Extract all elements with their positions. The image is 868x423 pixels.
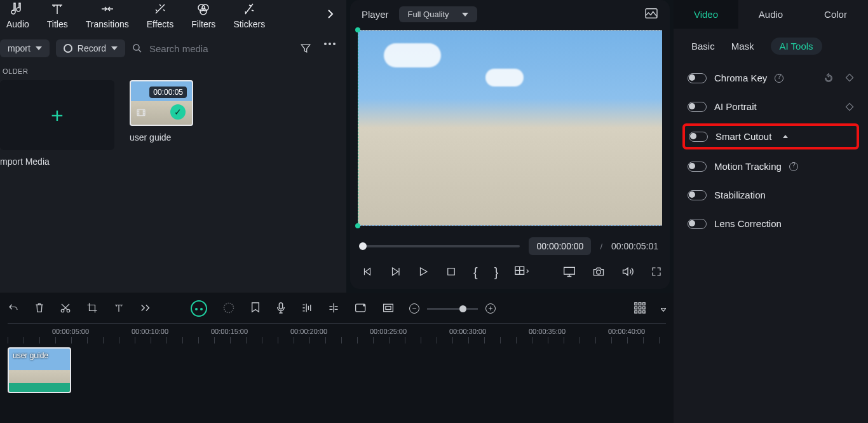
timeline-clip-name: user guide — [13, 351, 48, 360]
mark-out-button[interactable]: } — [494, 265, 499, 280]
tool-filters-label: Filters — [191, 19, 215, 29]
play-prev-button[interactable] — [390, 266, 401, 279]
toggle-lens-correction[interactable] — [688, 219, 707, 229]
option-stabilization[interactable]: Stabilization — [682, 183, 859, 207]
handle-top-left[interactable] — [355, 27, 360, 32]
tool-filters[interactable]: Filters — [191, 1, 215, 29]
info-icon[interactable] — [789, 162, 798, 171]
ruler-stamp: 00:00:20:00 — [290, 328, 327, 335]
zoom-in-button[interactable]: + — [485, 303, 496, 314]
ai-robot-button[interactable] — [191, 300, 207, 317]
toggle-ai-portrait[interactable] — [688, 102, 707, 112]
subtab-mask[interactable]: Mask — [731, 41, 754, 52]
delete-button[interactable] — [34, 302, 44, 316]
display-button[interactable] — [563, 266, 576, 279]
layout-dropdown[interactable] — [515, 266, 530, 279]
seek-bar[interactable] — [362, 245, 520, 247]
timeline-tools: − + — [8, 298, 666, 323]
asset-toolbar: Audio Titles Transitions Effects Filters… — [0, 0, 340, 36]
volume-button[interactable] — [621, 266, 634, 279]
tool-effects[interactable]: Effects — [147, 1, 174, 29]
motion-tracking-label: Motion Tracking — [714, 161, 782, 172]
svg-rect-9 — [448, 268, 455, 275]
more-tools[interactable] — [140, 303, 151, 314]
toggle-motion-tracking[interactable] — [688, 162, 707, 172]
mic-button[interactable] — [276, 302, 286, 316]
frame-button[interactable] — [383, 303, 394, 315]
svg-point-3 — [133, 45, 139, 50]
grid-options[interactable] — [661, 304, 666, 314]
preview-viewport[interactable] — [358, 30, 662, 226]
zoom-out-button[interactable]: − — [409, 303, 419, 314]
toggle-chroma-key[interactable] — [688, 73, 707, 83]
tag-button[interactable] — [355, 303, 367, 315]
undo-button[interactable] — [8, 302, 19, 316]
subtab-basic[interactable]: Basic — [691, 41, 715, 52]
tool-titles[interactable]: Titles — [47, 1, 68, 29]
keyframe-icon[interactable] — [845, 102, 854, 111]
svg-point-5 — [329, 43, 331, 45]
tool-audio[interactable]: Audio — [6, 1, 29, 29]
more-icon[interactable] — [323, 42, 336, 46]
toggle-smart-cutout[interactable] — [689, 132, 708, 142]
text-button[interactable] — [113, 302, 125, 316]
ruler-stamp: 00:00:30:00 — [449, 328, 486, 335]
prev-frame-button[interactable] — [362, 266, 373, 279]
fullscreen-button[interactable] — [651, 266, 662, 279]
svg-rect-20 — [386, 306, 391, 309]
grid-view-button[interactable] — [634, 302, 646, 316]
svg-rect-19 — [384, 304, 393, 311]
mark-in-button[interactable]: { — [473, 265, 478, 280]
tab-color[interactable]: Color — [803, 0, 868, 29]
align-button[interactable] — [328, 302, 339, 316]
chroma-key-label: Chroma Key — [714, 73, 767, 83]
search-input[interactable] — [149, 43, 257, 54]
snapshot-button[interactable] — [644, 8, 658, 21]
tool-stickers[interactable]: Stickers — [233, 1, 265, 29]
crop-button[interactable] — [86, 302, 98, 316]
option-lens-correction[interactable]: Lens Correction — [682, 212, 859, 235]
timeline-panel: − + 00:00:05:00 00:00:10:00 00:00:15:00 … — [0, 293, 674, 423]
quality-label: Full Quality — [408, 10, 449, 19]
tab-audio[interactable]: Audio — [738, 0, 803, 29]
lens-correction-label: Lens Correction — [714, 218, 782, 229]
svg-rect-28 — [639, 310, 641, 313]
marker-button[interactable] — [250, 302, 261, 316]
svg-point-15 — [224, 303, 234, 312]
tab-video[interactable]: Video — [674, 0, 738, 29]
speed-button[interactable] — [222, 302, 235, 316]
reset-icon[interactable] — [824, 73, 834, 83]
import-dropdown[interactable]: mport — [0, 39, 50, 57]
audio-sync-button[interactable] — [301, 302, 313, 316]
property-subtabs: Basic Mask AI Tools — [674, 29, 868, 62]
stop-button[interactable] — [445, 266, 457, 279]
option-ai-portrait[interactable]: AI Portrait — [682, 95, 859, 118]
toolbar-scroll-right[interactable] — [326, 6, 335, 24]
subtab-ai-tools[interactable]: AI Tools — [771, 38, 822, 55]
timeline-track[interactable]: user guide — [8, 343, 666, 393]
option-motion-tracking[interactable]: Motion Tracking — [682, 155, 859, 178]
record-dropdown[interactable]: Record — [56, 39, 125, 57]
media-clip[interactable]: 00:00:05 ✓ user guide — [130, 80, 244, 167]
timeline-ruler[interactable]: 00:00:05:00 00:00:10:00 00:00:15:00 00:0… — [8, 323, 666, 343]
option-smart-cutout[interactable]: Smart Cutout — [682, 123, 859, 149]
handle-bottom-left[interactable] — [355, 223, 360, 228]
camera-button[interactable] — [592, 266, 605, 279]
import-media-tile[interactable]: + mport Media — [0, 80, 114, 167]
search-field[interactable] — [132, 43, 293, 54]
quality-dropdown[interactable]: Full Quality — [399, 6, 477, 22]
timeline-clip[interactable]: user guide — [8, 347, 71, 393]
tool-transitions[interactable]: Transitions — [86, 1, 129, 29]
stabilization-label: Stabilization — [714, 190, 766, 200]
keyframe-icon[interactable] — [845, 73, 854, 82]
cut-button[interactable] — [60, 302, 71, 316]
ruler-stamp: 00:00:35:00 — [529, 328, 566, 335]
zoom-slider[interactable] — [427, 308, 478, 310]
play-button[interactable] — [417, 266, 429, 279]
filter-icon[interactable] — [299, 42, 312, 55]
timecode-current[interactable]: 00:00:00:00 — [529, 237, 591, 255]
option-chroma-key[interactable]: Chroma Key — [682, 66, 859, 90]
toggle-stabilization[interactable] — [688, 190, 707, 200]
info-icon[interactable] — [775, 74, 783, 83]
tool-titles-label: Titles — [47, 19, 68, 29]
